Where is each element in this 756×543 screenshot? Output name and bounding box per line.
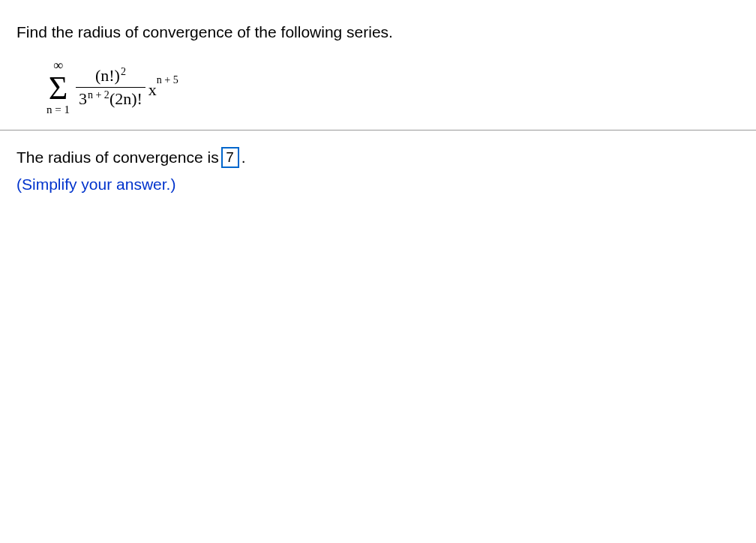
series-formula: ∞ Σ n = 1 (n!)2 3n + 2(2n)! xn + 5 [46, 58, 740, 116]
x-base: x [148, 80, 157, 100]
numerator: (n!)2 [91, 66, 130, 87]
numerator-base: (n!) [95, 66, 120, 86]
numerator-exponent: 2 [121, 66, 126, 78]
x-exponent: n + 5 [157, 74, 178, 86]
x-term: xn + 5 [148, 74, 178, 100]
answer-input[interactable] [221, 147, 239, 168]
denom-rest: (2n)! [110, 89, 142, 109]
answer-section: The radius of convergence is . (Simplify… [16, 144, 740, 197]
answer-line: The radius of convergence is . [16, 144, 740, 171]
question-text: Find the radius of convergence of the fo… [16, 21, 740, 43]
answer-prefix: The radius of convergence is [16, 144, 219, 171]
fraction: (n!)2 3n + 2(2n)! [76, 66, 146, 109]
denominator: 3n + 2(2n)! [76, 88, 146, 109]
section-divider [0, 130, 756, 130]
answer-hint: (Simplify your answer.) [16, 171, 740, 198]
sigma-symbol: Σ [49, 74, 68, 104]
sigma-block: ∞ Σ n = 1 [46, 58, 70, 116]
answer-suffix: . [242, 144, 246, 171]
sigma-lower-limit: n = 1 [46, 104, 70, 116]
denom-base1: 3 [79, 89, 87, 109]
denom-exp1: n + 2 [88, 89, 110, 101]
